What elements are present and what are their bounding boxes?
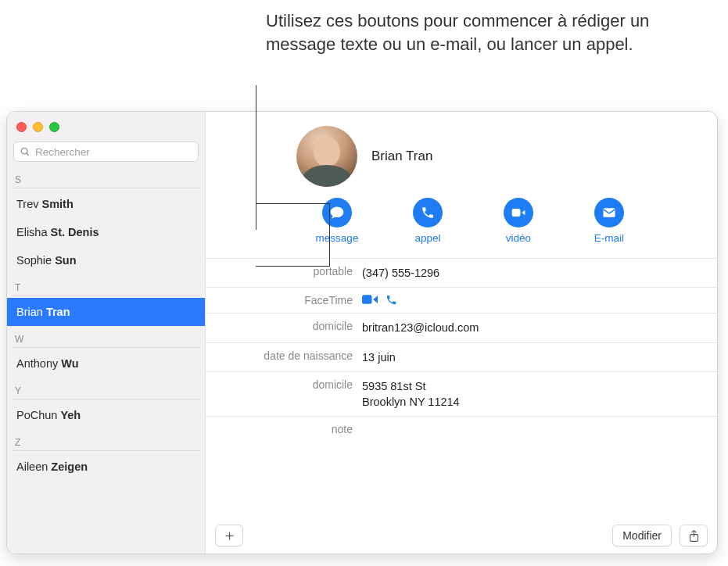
contact-last-name: Zeigen — [51, 460, 88, 473]
bottom-toolbar: Modifier — [206, 518, 717, 553]
group-header-T: T — [7, 274, 205, 296]
contact-item[interactable]: Elisha St. Denis — [7, 218, 205, 246]
svg-line-1 — [27, 153, 29, 156]
facetime-video-icon[interactable] — [362, 294, 378, 306]
address-line2: Brooklyn NY 11214 — [362, 394, 460, 410]
contact-first-name: Aileen — [16, 460, 51, 473]
add-contact-button[interactable] — [215, 525, 243, 546]
search-icon — [20, 146, 30, 157]
contact-avatar[interactable] — [296, 126, 357, 187]
group-header-Z: Z — [7, 429, 205, 450]
address-value[interactable]: 5935 81st St Brooklyn NY 11214 — [362, 378, 460, 410]
contact-last-name: St. Denis — [51, 226, 99, 238]
contacts-list: STrev SmithElisha St. DenisSophie SunTBr… — [7, 167, 205, 553]
plus-icon — [224, 530, 235, 542]
contact-detail-pane: Brian Tran message appel vidéo — [206, 112, 717, 553]
email-row: domicile britran123@icloud.com — [206, 313, 717, 342]
facetime-row: FaceTime — [206, 288, 717, 313]
contact-last-name: Tran — [46, 306, 70, 318]
email-field-value[interactable]: britran123@icloud.com — [362, 320, 479, 335]
contact-first-name: Trev — [16, 198, 42, 210]
group-divider — [12, 347, 200, 348]
group-divider — [12, 296, 200, 296]
svg-rect-4 — [362, 295, 372, 304]
call-label: appel — [414, 232, 440, 244]
contact-first-name: Anthony — [16, 357, 61, 370]
video-label: vidéo — [506, 232, 531, 244]
video-button[interactable]: vidéo — [493, 198, 543, 244]
contact-first-name: Elisha — [16, 226, 51, 238]
help-annotation: Utilisez ces boutons pour commencer à ré… — [266, 9, 696, 56]
contact-item[interactable]: Aileen Zeigen — [7, 453, 205, 481]
share-icon — [688, 529, 700, 543]
search-input-wrapper[interactable] — [13, 142, 199, 162]
birthday-row: date de naissance 13 juin — [206, 343, 717, 372]
contact-last-name: Yeh — [60, 409, 81, 421]
contact-first-name: Brian — [16, 306, 46, 318]
search-input[interactable] — [35, 146, 192, 158]
group-divider — [12, 188, 200, 188]
window-titlebar — [7, 112, 205, 142]
contact-item[interactable]: Sophie Sun — [7, 246, 205, 274]
group-header-W: W — [7, 326, 205, 347]
birthday-label: date de naissance — [206, 349, 362, 362]
phone-row: portable (347) 555-1296 — [206, 259, 717, 288]
facetime-audio-icon[interactable] — [386, 294, 397, 306]
contact-item[interactable]: Anthony Wu — [7, 349, 205, 378]
close-window-button[interactable] — [16, 122, 27, 132]
email-button[interactable]: E-mail — [584, 198, 634, 244]
profile-header: Brian Tran — [206, 112, 717, 190]
contact-item[interactable]: Brian Tran — [7, 298, 205, 326]
email-field-label: domicile — [206, 320, 362, 332]
email-icon — [594, 198, 624, 227]
contact-last-name: Smith — [42, 198, 74, 210]
minimize-window-button[interactable] — [33, 122, 43, 132]
phone-value[interactable]: (347) 555-1296 — [362, 265, 439, 281]
contact-name: Brian Tran — [371, 149, 432, 164]
svg-rect-2 — [512, 209, 521, 217]
contact-item[interactable]: Trev Smith — [7, 190, 205, 218]
group-header-S: S — [7, 167, 205, 188]
sidebar: STrev SmithElisha St. DenisSophie SunTBr… — [7, 112, 206, 553]
video-icon — [504, 198, 533, 227]
address-label: domicile — [206, 378, 362, 391]
call-button[interactable]: appel — [403, 198, 453, 244]
contact-last-name: Sun — [55, 254, 76, 267]
contact-fields: portable (347) 555-1296 FaceTime domicil… — [206, 258, 717, 442]
group-divider — [12, 450, 200, 451]
address-line1: 5935 81st St — [362, 378, 460, 394]
contact-first-name: PoChun — [16, 409, 60, 421]
phone-label: portable — [206, 265, 362, 278]
birthday-value: 13 juin — [362, 349, 396, 365]
zoom-window-button[interactable] — [49, 122, 59, 132]
message-button[interactable]: message — [312, 198, 362, 244]
email-label: E-mail — [594, 232, 624, 244]
quick-actions-row: message appel vidéo E-mail — [206, 190, 717, 258]
svg-point-0 — [21, 148, 27, 154]
contact-last-name: Wu — [61, 357, 78, 370]
contact-item[interactable]: PoChun Yeh — [7, 401, 205, 429]
note-label: note — [206, 423, 362, 435]
group-divider — [12, 399, 200, 399]
facetime-label: FaceTime — [206, 294, 362, 306]
contacts-window: STrev SmithElisha St. DenisSophie SunTBr… — [6, 111, 718, 554]
phone-icon — [413, 198, 443, 227]
address-row: domicile 5935 81st St Brooklyn NY 11214 — [206, 372, 717, 417]
share-button[interactable] — [680, 525, 708, 546]
note-row: note — [206, 417, 717, 442]
message-icon — [322, 198, 352, 227]
contact-first-name: Sophie — [16, 254, 55, 267]
group-header-Y: Y — [7, 378, 205, 399]
edit-button[interactable]: Modifier — [612, 525, 672, 546]
message-label: message — [316, 232, 359, 244]
